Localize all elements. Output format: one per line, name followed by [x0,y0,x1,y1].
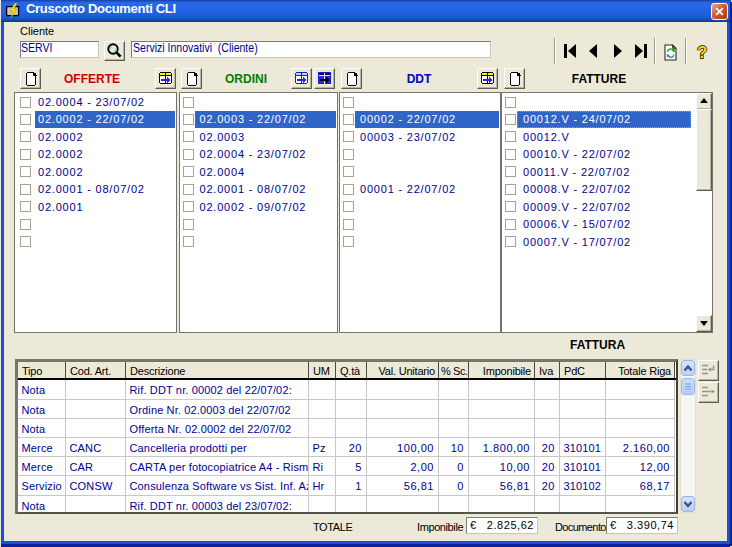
svg-text:?: ? [697,43,707,62]
